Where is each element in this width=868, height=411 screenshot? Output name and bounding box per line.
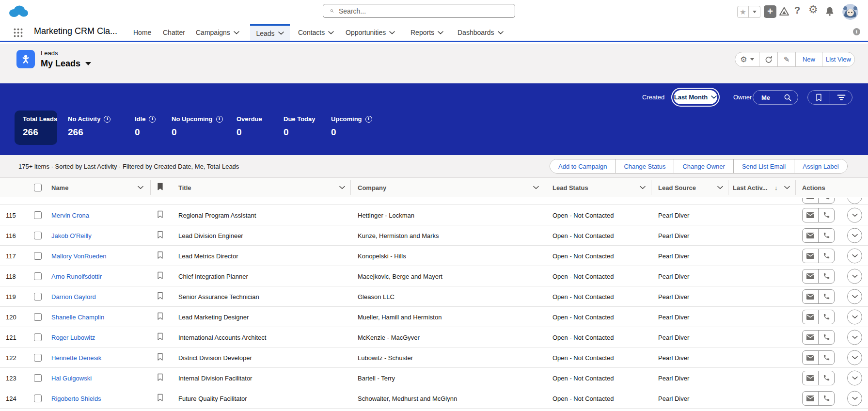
row-menu-button[interactable] [847,330,862,345]
kpi-due-today[interactable]: Due Today 0 [284,115,316,138]
lead-name-link[interactable]: Rigoberto Shields [51,395,101,402]
sort-descending-icon[interactable]: ↓ [774,184,778,191]
email-icon[interactable] [803,331,819,344]
row-menu-button[interactable] [847,228,862,243]
edit-pencil-button[interactable]: ✎ [778,52,796,66]
bookmark-icon[interactable] [157,251,163,261]
row-checkbox[interactable] [34,354,42,362]
global-add-button[interactable]: + [764,5,776,18]
refresh-button[interactable] [759,52,778,66]
email-icon[interactable] [803,229,819,242]
row-action-buttons[interactable] [802,198,835,204]
add-to-campaign-button[interactable]: Add to Campaign [550,159,615,173]
column-menu-icon[interactable] [533,186,539,189]
kpi-no-upcoming[interactable]: No Upcomingi 0 [172,115,223,138]
row-menu-button[interactable] [847,350,862,365]
row-checkbox[interactable] [34,232,42,239]
change-owner-button[interactable]: Change Owner [674,159,733,173]
lead-name-link[interactable]: Arno Runolfsdottir [51,272,102,280]
row-menu-button[interactable] [847,289,862,304]
kpi-upcoming[interactable]: Upcomingi 0 [331,115,372,138]
column-menu-icon[interactable] [784,186,790,189]
row-checkbox[interactable] [34,313,42,321]
lead-name-link[interactable]: Hal Gulgowski [51,374,92,381]
notifications-bell-icon[interactable] [824,6,835,17]
search-input[interactable] [339,7,494,15]
kpi-no-activity[interactable]: No Activityi 266 [68,115,110,138]
created-filter-pill[interactable]: Last Month [674,90,717,104]
lead-name-link[interactable]: Mallory VonRueden [51,252,106,259]
column-menu-icon[interactable] [138,186,143,189]
email-icon[interactable] [803,351,819,364]
row-menu-button[interactable] [847,309,862,324]
row-checkbox[interactable] [34,333,42,341]
tab-chatter[interactable]: Chatter [161,24,187,41]
row-menu-button[interactable] [847,248,862,263]
info-icon[interactable]: i [149,116,156,123]
column-menu-icon[interactable] [717,186,723,189]
row-checkbox[interactable] [34,395,42,402]
bookmark-icon[interactable] [157,271,163,281]
bookmark-icon[interactable] [157,210,163,220]
guidance-center-icon[interactable] [778,6,790,17]
phone-icon[interactable] [819,392,834,405]
app-launcher-waffle-icon[interactable] [13,28,23,38]
info-icon[interactable]: i [365,116,372,123]
tab-dashboards[interactable]: Dashboards [456,24,505,41]
kpi-idle[interactable]: Idlei 0 [135,115,156,138]
bookmark-icon[interactable] [157,332,163,342]
select-all-checkbox[interactable] [34,184,42,191]
kpi-overdue[interactable]: Overdue 0 [237,115,262,138]
row-checkbox[interactable] [34,272,42,280]
email-icon[interactable] [803,392,819,405]
lead-name-link[interactable]: Roger Lubowitz [51,333,95,341]
column-last-activity[interactable]: Last Activ... [733,184,768,191]
lead-name-link[interactable]: Darrion Gaylord [51,293,96,300]
send-list-email-button[interactable]: Send List Email [734,159,794,173]
bookmark-icon[interactable] [157,353,163,363]
user-avatar[interactable] [842,4,858,20]
tab-leads[interactable]: Leads [250,24,290,41]
favorites-dropdown-button[interactable] [749,6,760,18]
bookmark-button[interactable] [808,91,830,104]
lead-name-link[interactable]: Henriette Denesik [51,354,101,361]
global-search[interactable] [323,4,515,18]
row-checkbox[interactable] [34,211,42,219]
column-company[interactable]: Company [358,184,386,191]
lead-name-link[interactable]: Shanelle Champlin [51,313,104,320]
bookmark-icon[interactable] [157,312,163,322]
kpi-total-leads[interactable]: Total Leads 266 [23,115,57,138]
column-name[interactable]: Name [51,184,68,191]
owner-filter-pill[interactable]: Me [753,90,798,105]
bookmark-icon[interactable] [157,373,163,383]
tab-contacts[interactable]: Contacts [296,24,336,41]
email-icon[interactable] [803,269,819,283]
bookmark-icon[interactable] [157,394,163,403]
list-view-selector[interactable]: My Leads [41,59,91,69]
phone-icon[interactable] [819,249,834,263]
phone-icon[interactable] [819,269,834,283]
tab-home[interactable]: Home [131,24,153,41]
column-menu-icon[interactable] [640,186,646,189]
list-view-button[interactable]: List View [822,52,854,66]
email-icon[interactable] [803,249,819,263]
row-menu-button[interactable] [847,198,862,204]
email-icon[interactable] [803,371,819,385]
column-lead-status[interactable]: Lead Status [552,184,588,191]
row-menu-button[interactable] [847,391,862,406]
list-view-settings-button[interactable]: ⚙ [735,52,759,66]
assign-label-button[interactable]: Assign Label [794,159,847,173]
column-menu-icon[interactable] [339,186,345,189]
phone-icon[interactable] [819,331,834,344]
row-checkbox[interactable] [34,293,42,300]
phone-icon[interactable] [819,208,834,222]
info-icon[interactable]: i [216,116,223,123]
phone-icon[interactable] [819,371,834,385]
phone-icon[interactable] [819,310,834,324]
bookmark-icon[interactable] [157,231,163,240]
email-icon[interactable] [803,290,819,303]
row-checkbox[interactable] [34,374,42,382]
info-icon[interactable]: i [853,28,860,35]
row-menu-button[interactable] [847,269,862,284]
favorite-star-button[interactable]: ★ [737,6,749,18]
